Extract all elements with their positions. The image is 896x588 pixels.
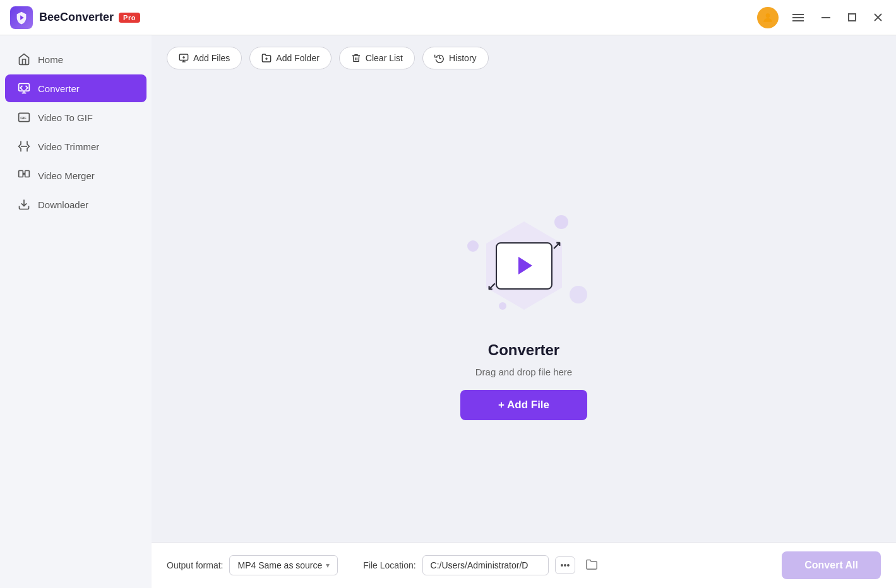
format-select[interactable]: MP4 Same as source ▾: [229, 555, 338, 575]
browse-folder-button[interactable]: [582, 557, 602, 574]
svg-text:GIF: GIF: [20, 116, 27, 120]
user-avatar[interactable]: [757, 7, 779, 28]
sidebar-item-gif-label: Video To GIF: [38, 112, 93, 123]
app-logo: [10, 6, 33, 29]
add-folder-button[interactable]: Add Folder: [249, 47, 331, 69]
file-location-label: File Location:: [363, 560, 415, 570]
titlebar: BeeConverter Pro: [0, 0, 896, 35]
history-button[interactable]: History: [422, 47, 489, 69]
drop-zone-subtitle: Drag and drop file here: [475, 367, 572, 377]
sidebar-item-video-to-gif[interactable]: GIF Video To GIF: [5, 103, 146, 131]
bubble-2: [554, 215, 568, 229]
app-title: BeeConverter: [39, 11, 114, 24]
folder-browse-icon: [585, 558, 598, 570]
sidebar-item-home[interactable]: Home: [5, 45, 146, 73]
add-folder-icon: [261, 53, 272, 63]
svg-point-1: [766, 13, 770, 18]
main-layout: Home Converter GIF Video To GIF: [0, 35, 896, 588]
pro-badge: Pro: [119, 13, 140, 23]
clear-list-button[interactable]: Clear List: [339, 47, 415, 69]
sidebar-item-merger-label: Video Merger: [38, 170, 95, 181]
add-files-icon: [179, 53, 189, 63]
menu-button[interactable]: [789, 11, 808, 25]
minimize-button[interactable]: [818, 15, 834, 21]
format-select-value: MP4 Same as source: [237, 560, 322, 570]
window-controls: [757, 7, 886, 28]
sidebar-item-home-label: Home: [38, 54, 63, 65]
sidebar-item-video-trimmer[interactable]: Video Trimmer: [5, 132, 146, 160]
sidebar: Home Converter GIF Video To GIF: [0, 35, 152, 588]
content-area: Add Files Add Folder Clear List: [152, 35, 896, 588]
drop-zone[interactable]: ↗ ↙ Converter Drag and drop file here + …: [152, 81, 896, 542]
svg-rect-16: [25, 171, 30, 177]
bubble-3: [499, 302, 506, 310]
sidebar-item-downloader-label: Downloader: [38, 199, 88, 210]
maximize-button[interactable]: [844, 11, 860, 24]
bubble-4: [570, 286, 587, 303]
location-value: C:/Users/Administrator/D: [422, 555, 549, 575]
convert-all-button[interactable]: Convert All: [782, 551, 881, 579]
add-files-button[interactable]: Add Files: [167, 47, 242, 69]
play-triangle: [518, 257, 532, 274]
close-button[interactable]: [870, 11, 886, 24]
arrow-right-icon: ↗: [552, 238, 561, 252]
more-options-button[interactable]: •••: [555, 556, 576, 574]
bottom-bar: Output format: MP4 Same as source ▾ File…: [152, 542, 896, 588]
chevron-down-icon: ▾: [326, 561, 330, 570]
bubble-1: [467, 240, 479, 252]
converter-icon-box: ↗ ↙: [496, 242, 553, 290]
svg-rect-15: [19, 171, 23, 177]
output-format-label: Output format:: [167, 560, 223, 570]
file-location-field: File Location: C:/Users/Administrator/D …: [363, 555, 602, 575]
sidebar-item-converter-label: Converter: [38, 83, 80, 94]
sidebar-item-downloader[interactable]: Downloader: [5, 191, 146, 218]
sidebar-item-converter[interactable]: Converter: [5, 74, 146, 102]
toolbar: Add Files Add Folder Clear List: [152, 35, 896, 81]
converter-illustration: ↗ ↙: [448, 203, 600, 329]
add-file-button[interactable]: + Add File: [460, 390, 587, 420]
drop-zone-title: Converter: [488, 341, 559, 359]
sidebar-item-video-merger[interactable]: Video Merger: [5, 162, 146, 189]
svg-rect-6: [849, 14, 856, 21]
arrow-left-icon: ↙: [487, 279, 496, 293]
output-format-field: Output format: MP4 Same as source ▾: [167, 555, 338, 575]
clear-list-icon: [351, 53, 361, 63]
history-icon: [434, 53, 445, 63]
sidebar-item-trimmer-label: Video Trimmer: [38, 141, 99, 152]
